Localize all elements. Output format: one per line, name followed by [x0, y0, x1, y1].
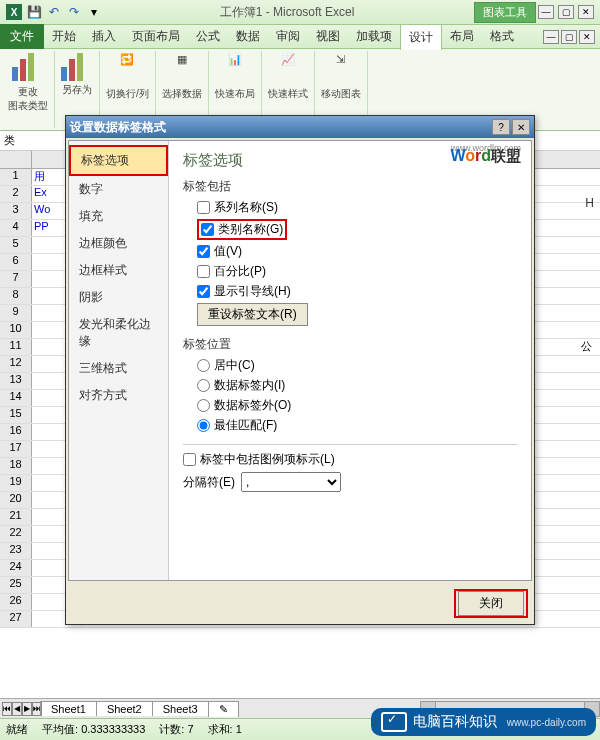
- format-data-labels-dialog: 设置数据标签格式 ? ✕ 标签选项 数字 填充 边框颜色 边框样式 阴影 发光和…: [65, 115, 535, 625]
- pos-outside-end[interactable]: 数据标签外(O): [197, 397, 517, 414]
- monitor-icon: [381, 712, 407, 732]
- opt-percent[interactable]: 百分比(P): [197, 263, 517, 280]
- row-header[interactable]: 21: [0, 509, 32, 525]
- save-as-label: 另存为: [61, 83, 93, 97]
- opt-leader-lines[interactable]: 显示引导线(H): [197, 283, 517, 300]
- ribbon-tabs: 文件 开始 插入 页面布局 公式 数据 审阅 视图 加载项 设计 布局 格式 —…: [0, 25, 600, 49]
- opt-series-name[interactable]: 系列名称(S): [197, 199, 517, 216]
- tab-data[interactable]: 数据: [228, 24, 268, 49]
- dialog-close-button[interactable]: ✕: [512, 119, 530, 135]
- row-header[interactable]: 12: [0, 356, 32, 372]
- row-header[interactable]: 1: [0, 169, 32, 185]
- row-header[interactable]: 16: [0, 424, 32, 440]
- pos-best-fit[interactable]: 最佳匹配(F): [197, 417, 517, 434]
- row-header[interactable]: 25: [0, 577, 32, 593]
- sheet-nav-last-icon[interactable]: ⏭: [32, 702, 42, 716]
- undo-icon[interactable]: ↶: [46, 4, 62, 20]
- sheet-tab-2[interactable]: Sheet2: [96, 701, 153, 716]
- row-header[interactable]: 20: [0, 492, 32, 508]
- row-header[interactable]: 3: [0, 203, 32, 219]
- row-header[interactable]: 19: [0, 475, 32, 491]
- redo-icon[interactable]: ↷: [66, 4, 82, 20]
- row-header[interactable]: 17: [0, 441, 32, 457]
- pos-bestfit-label: 最佳匹配(F): [214, 417, 277, 434]
- opt-leader-label: 显示引导线(H): [214, 283, 291, 300]
- tab-addin[interactable]: 加载项: [348, 24, 400, 49]
- minimize-button[interactable]: —: [538, 5, 554, 19]
- tab-home[interactable]: 开始: [44, 24, 84, 49]
- row-header[interactable]: 18: [0, 458, 32, 474]
- nav-align[interactable]: 对齐方式: [69, 382, 168, 409]
- row-header[interactable]: 23: [0, 543, 32, 559]
- pos-center-label: 居中(C): [214, 357, 255, 374]
- row-header[interactable]: 10: [0, 322, 32, 338]
- mdi-min-icon[interactable]: —: [543, 30, 559, 44]
- nav-border-color[interactable]: 边框颜色: [69, 230, 168, 257]
- nav-glow[interactable]: 发光和柔化边缘: [69, 311, 168, 355]
- tab-view[interactable]: 视图: [308, 24, 348, 49]
- tab-layout[interactable]: 布局: [442, 24, 482, 49]
- opt-value[interactable]: 值(V): [197, 243, 517, 260]
- tab-formula[interactable]: 公式: [188, 24, 228, 49]
- nav-fill[interactable]: 填充: [69, 203, 168, 230]
- tab-file[interactable]: 文件: [0, 24, 44, 49]
- label-contains-label: 标签包括: [183, 178, 517, 195]
- sheet-tab-3[interactable]: Sheet3: [152, 701, 209, 716]
- row-header[interactable]: 11: [0, 339, 32, 355]
- save-template-icon: [61, 53, 93, 81]
- nav-label-options[interactable]: 标签选项: [69, 145, 168, 176]
- opt-include-legend-key[interactable]: 标签中包括图例项标示(L): [183, 451, 517, 468]
- mdi-restore-icon[interactable]: ▢: [561, 30, 577, 44]
- row-header[interactable]: 24: [0, 560, 32, 576]
- row-header[interactable]: 26: [0, 594, 32, 610]
- wordlm-logo: Word联盟: [450, 147, 521, 166]
- sheet-nav-first-icon[interactable]: ⏮: [2, 702, 12, 716]
- sheet-nav-prev-icon[interactable]: ◀: [12, 702, 22, 716]
- tab-format[interactable]: 格式: [482, 24, 522, 49]
- close-button[interactable]: 关闭: [458, 591, 524, 616]
- row-header[interactable]: 22: [0, 526, 32, 542]
- change-chart-type-button[interactable]: 更改图表类型: [2, 51, 55, 128]
- opt-category-name[interactable]: 类别名称(G): [197, 219, 287, 240]
- restore-button[interactable]: ▢: [558, 5, 574, 19]
- reset-label-text-button[interactable]: 重设标签文本(R): [197, 303, 308, 326]
- tab-design[interactable]: 设计: [400, 24, 442, 50]
- mdi-close-icon[interactable]: ✕: [579, 30, 595, 44]
- separator-select[interactable]: ,: [241, 472, 341, 492]
- pos-center[interactable]: 居中(C): [197, 357, 517, 374]
- save-icon[interactable]: 💾: [26, 4, 42, 20]
- opt-category-label: 类别名称(G): [218, 221, 283, 238]
- select-all-corner[interactable]: [0, 151, 32, 168]
- tab-review[interactable]: 审阅: [268, 24, 308, 49]
- row-header[interactable]: 14: [0, 390, 32, 406]
- pos-outside-label: 数据标签外(O): [214, 397, 291, 414]
- qat-more-icon[interactable]: ▾: [86, 4, 102, 20]
- tab-page-layout[interactable]: 页面布局: [124, 24, 188, 49]
- row-header[interactable]: 7: [0, 271, 32, 287]
- nav-shadow[interactable]: 阴影: [69, 284, 168, 311]
- dialog-titlebar[interactable]: 设置数据标签格式 ? ✕: [66, 116, 534, 138]
- pos-inside-end[interactable]: 数据标签内(I): [197, 377, 517, 394]
- nav-border-style[interactable]: 边框样式: [69, 257, 168, 284]
- sheet-tab-1[interactable]: Sheet1: [40, 701, 97, 716]
- select-data-icon: ▦: [166, 53, 198, 85]
- quick-style-icon: 📈: [272, 53, 304, 85]
- close-button[interactable]: ✕: [578, 5, 594, 19]
- dialog-nav: 标签选项 数字 填充 边框颜色 边框样式 阴影 发光和柔化边缘 三维格式 对齐方…: [69, 141, 169, 580]
- tab-insert[interactable]: 插入: [84, 24, 124, 49]
- row-header[interactable]: 4: [0, 220, 32, 236]
- sheet-nav-next-icon[interactable]: ▶: [22, 702, 32, 716]
- row-header[interactable]: 27: [0, 611, 32, 627]
- status-avg: 平均值: 0.333333333: [42, 722, 145, 737]
- row-header[interactable]: 5: [0, 237, 32, 253]
- row-header[interactable]: 15: [0, 407, 32, 423]
- row-header[interactable]: 2: [0, 186, 32, 202]
- dialog-help-button[interactable]: ?: [492, 119, 510, 135]
- row-header[interactable]: 13: [0, 373, 32, 389]
- nav-3d[interactable]: 三维格式: [69, 355, 168, 382]
- nav-number[interactable]: 数字: [69, 176, 168, 203]
- row-header[interactable]: 6: [0, 254, 32, 270]
- row-header[interactable]: 8: [0, 288, 32, 304]
- sheet-tab-new[interactable]: ✎: [208, 701, 239, 717]
- row-header[interactable]: 9: [0, 305, 32, 321]
